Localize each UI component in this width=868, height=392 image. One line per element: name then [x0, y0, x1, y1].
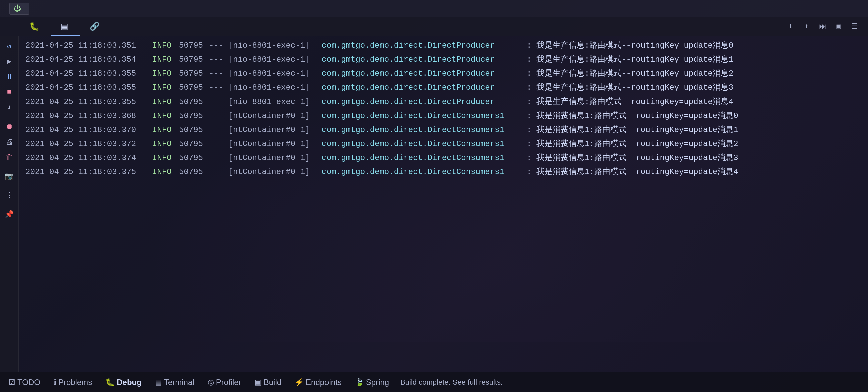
log-class: com.gmtgo.demo.direct.DirectProducer [322, 68, 522, 80]
log-level: INFO [152, 138, 179, 150]
log-line: 2021-04-25 11:18:03.375 INFO 50795 --- [… [19, 165, 868, 179]
log-message: : 我是消费信息1:路由模式--routingKey=update消息2 [522, 138, 739, 150]
toolbar-btn-4[interactable]: ▣ [832, 20, 845, 33]
bottom-tab-label-problems: Problems [58, 378, 92, 387]
bottom-tab-label-build: Build [264, 378, 281, 387]
tab-console[interactable]: ▤ [52, 18, 81, 36]
log-class: com.gmtgo.demo.direct.DirectConsumers1 [322, 124, 522, 136]
log-level: INFO [152, 152, 179, 164]
tab-debugger[interactable]: 🐛 [20, 18, 52, 36]
log-class: com.gmtgo.demo.direct.DirectConsumers1 [322, 152, 522, 164]
sidebar-download-btn[interactable]: ⬇ [2, 100, 17, 115]
sidebar-more-btn[interactable]: ⋮ [2, 188, 17, 203]
bottom-tab-label-terminal: Terminal [164, 378, 194, 387]
log-level: INFO [152, 124, 179, 136]
log-line: 2021-04-25 11:18:03.374 INFO 50795 --- [… [19, 151, 868, 165]
log-pid: 50795 [179, 68, 209, 80]
log-line: 2021-04-25 11:18:03.355 INFO 50795 --- [… [19, 81, 868, 95]
log-line: 2021-04-25 11:18:03.355 INFO 50795 --- [… [19, 95, 868, 109]
sidebar-stop-btn[interactable]: ■ [2, 85, 17, 99]
sidebar-separator-2 [4, 167, 14, 167]
log-separator: --- [209, 68, 228, 80]
log-line: 2021-04-25 11:18:03.355 INFO 50795 --- [… [19, 67, 868, 81]
bottom-tab-label-debug: Debug [117, 378, 142, 387]
bottom-tab-terminal[interactable]: ▤ Terminal [149, 375, 200, 390]
log-timestamp: 2021-04-25 11:18:03.354 [25, 54, 152, 66]
left-sidebar: ↺ ▶ ⏸ ■ ⬇ ⏺ 🖨 🗑 📷 ⋮ 📌 [0, 36, 19, 372]
app-tab[interactable]: ⏻ [9, 3, 29, 15]
toolbar-btn-1[interactable]: ⬇ [784, 20, 797, 33]
sidebar-delete-btn[interactable]: 🗑 [2, 150, 17, 164]
sidebar-pause-btn[interactable]: ⏸ [2, 69, 17, 84]
log-message: : 我是生产信息:路由模式--routingKey=update消息4 [522, 96, 734, 108]
log-thread: [nio-8801-exec-1] [228, 96, 322, 108]
bottom-tab-build[interactable]: ▣ Build [249, 375, 287, 390]
log-message: : 我是消费信息1:路由模式--routingKey=update消息3 [522, 152, 739, 164]
console-icon: ▤ [61, 22, 68, 31]
bottom-tab-endpoints[interactable]: ⚡ Endpoints [289, 375, 347, 390]
log-level: INFO [152, 40, 179, 52]
log-message: : 我是生产信息:路由模式--routingKey=update消息1 [522, 54, 734, 66]
bottom-bar: ☑ TODO ℹ Problems 🐛 Debug ▤ Terminal ◎ P… [0, 372, 868, 392]
log-thread: [nio-8801-exec-1] [228, 68, 322, 80]
sidebar-record-btn[interactable]: ⏺ [2, 119, 17, 134]
log-level: INFO [152, 166, 179, 178]
bottom-tab-todo[interactable]: ☑ TODO [3, 375, 46, 390]
log-line: 2021-04-25 11:18:03.370 INFO 50795 --- [… [19, 123, 868, 137]
log-thread: [ntContainer#0-1] [228, 124, 322, 136]
log-pid: 50795 [179, 96, 209, 108]
log-pid: 50795 [179, 110, 209, 122]
log-timestamp: 2021-04-25 11:18:03.355 [25, 82, 152, 94]
sidebar-print-btn[interactable]: 🖨 [2, 134, 17, 149]
log-line: 2021-04-25 11:18:03.354 INFO 50795 --- [… [19, 53, 868, 67]
toolbar-btn-2[interactable]: ⬆ [800, 20, 813, 33]
bottom-tab-icon-todo: ☑ [9, 378, 16, 387]
toolbar-actions: ⬇ ⬆ ⏭ ▣ ☰ [784, 20, 868, 33]
log-separator: --- [209, 166, 228, 178]
log-timestamp: 2021-04-25 11:18:03.375 [25, 166, 152, 178]
log-separator: --- [209, 54, 228, 66]
log-separator: --- [209, 124, 228, 136]
bottom-tab-problems[interactable]: ℹ Problems [48, 375, 98, 390]
log-pid: 50795 [179, 54, 209, 66]
toolbar: 🐛 ▤ 🔗 ⬇ ⬆ ⏭ ▣ ☰ [0, 18, 868, 36]
log-area[interactable]: 2021-04-25 11:18:03.351 INFO 50795 --- [… [19, 36, 868, 372]
log-class: com.gmtgo.demo.direct.DirectConsumers1 [322, 138, 522, 150]
power-icon: ⏻ [14, 4, 21, 13]
log-level: INFO [152, 54, 179, 66]
bottom-tab-icon-profiler: ◎ [208, 378, 214, 387]
log-message: : 我是生产信息:路由模式--routingKey=update消息0 [522, 40, 734, 52]
bottom-tab-spring[interactable]: 🍃 Spring [349, 375, 395, 390]
debugger-icon: 🐛 [29, 22, 39, 31]
bottom-tab-debug[interactable]: 🐛 Debug [99, 375, 148, 390]
log-timestamp: 2021-04-25 11:18:03.351 [25, 40, 152, 52]
sidebar-separator-4 [4, 205, 14, 205]
log-line: 2021-04-25 11:18:03.351 INFO 50795 --- [… [19, 39, 868, 53]
toolbar-btn-3[interactable]: ⏭ [816, 20, 829, 33]
sidebar-restart-btn[interactable]: ↺ [2, 39, 17, 54]
log-class: com.gmtgo.demo.direct.DirectConsumers1 [322, 166, 522, 178]
log-timestamp: 2021-04-25 11:18:03.370 [25, 124, 152, 136]
sidebar-separator-1 [4, 117, 14, 117]
log-pid: 50795 [179, 82, 209, 94]
sidebar-pin-btn[interactable]: 📌 [2, 207, 17, 222]
sidebar-resume-btn[interactable]: ▶ [2, 54, 17, 69]
bottom-tab-icon-problems: ℹ [54, 378, 56, 387]
bottom-tab-label-todo: TODO [18, 378, 40, 387]
log-thread: [nio-8801-exec-1] [228, 54, 322, 66]
log-pid: 50795 [179, 138, 209, 150]
tab-endpoints[interactable]: 🔗 [81, 18, 112, 36]
log-message: : 我是生产信息:路由模式--routingKey=update消息2 [522, 68, 734, 80]
log-thread: [ntContainer#0-1] [228, 138, 322, 150]
log-message: : 我是生产信息:路由模式--routingKey=update消息3 [522, 82, 734, 94]
sidebar-camera-btn[interactable]: 📷 [2, 169, 17, 184]
bottom-tab-profiler[interactable]: ◎ Profiler [202, 375, 247, 390]
content-area: ↺ ▶ ⏸ ■ ⬇ ⏺ 🖨 🗑 📷 ⋮ 📌 2021-04-25 11:18:0… [0, 36, 868, 372]
log-thread: [nio-8801-exec-1] [228, 40, 322, 52]
log-separator: --- [209, 138, 228, 150]
log-class: com.gmtgo.demo.direct.DirectProducer [322, 96, 522, 108]
log-class: com.gmtgo.demo.direct.DirectProducer [322, 82, 522, 94]
bottom-tab-label-profiler: Profiler [216, 378, 241, 387]
log-line: 2021-04-25 11:18:03.368 INFO 50795 --- [… [19, 109, 868, 123]
toolbar-btn-5[interactable]: ☰ [848, 20, 861, 33]
